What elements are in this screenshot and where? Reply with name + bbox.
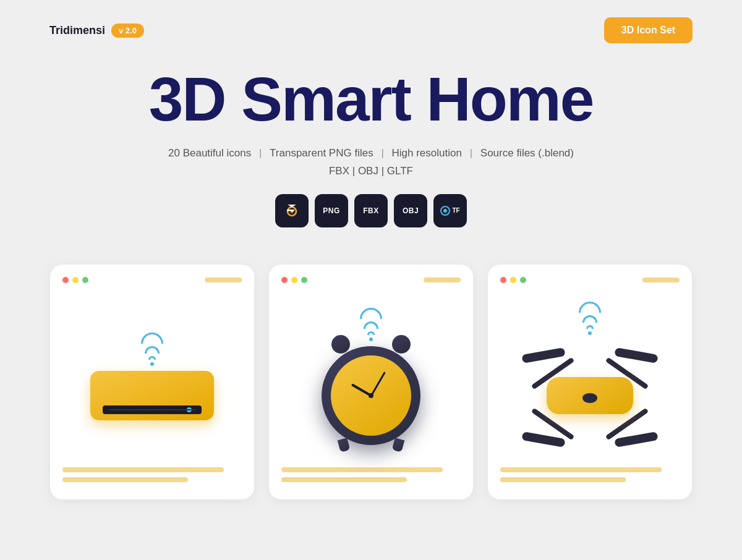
drone-prop-tr — [614, 347, 658, 363]
wifi-signal-icon — [579, 302, 601, 335]
brand-name: Tridimensi — [49, 24, 105, 37]
ac-unit-icon — [90, 371, 214, 420]
feature-2: Transparent PNG files — [270, 147, 373, 159]
card-line-2 — [500, 477, 626, 482]
dot-red-icon — [62, 277, 69, 283]
wifi-signal-icon — [141, 333, 163, 366]
card-ac-unit — [50, 265, 254, 499]
clock-bell-right-icon — [392, 335, 411, 354]
dot-yellow-icon — [510, 277, 516, 283]
wifi-dot-icon — [150, 362, 154, 366]
card-header-line — [205, 278, 242, 282]
ac-status-dot — [187, 407, 192, 412]
version-badge: v 2.0 — [111, 23, 144, 38]
sep-1: | — [259, 147, 265, 159]
wifi-arc-large — [141, 333, 163, 344]
card-smart-drone — [488, 265, 692, 499]
card-smart-clock — [269, 265, 473, 499]
drone-body — [547, 377, 633, 414]
badge-fbx: FBX — [354, 194, 388, 227]
dot-red-icon — [281, 277, 288, 283]
wifi-arc-medium — [364, 321, 378, 329]
wifi-arc-medium — [582, 315, 597, 323]
wifi-dot-icon — [588, 331, 592, 335]
card-drone-icon-area — [500, 292, 680, 461]
wifi-arc-large — [360, 308, 382, 319]
wifi-signal-icon — [360, 308, 382, 341]
drone-icon — [522, 340, 658, 451]
formats-line2: FBX | OBJ | GLTF — [329, 165, 413, 177]
wifi-arc-medium — [145, 346, 160, 354]
ac-body — [90, 371, 214, 420]
drone-icon-container — [522, 302, 658, 451]
wifi-dot-icon — [369, 337, 373, 341]
format-badges: PNG FBX OBJ TF — [0, 194, 742, 227]
svg-rect-2 — [287, 210, 294, 211]
card-header-line — [424, 278, 461, 282]
cards-section — [0, 240, 742, 524]
card-line-1 — [281, 467, 443, 472]
clock-icon-container — [322, 308, 420, 445]
wifi-arc-small — [148, 356, 156, 360]
page: Tridimensi v 2.0 3D Icon Set 3D Smart Ho… — [0, 0, 742, 560]
dot-green-icon — [301, 277, 307, 283]
feature-1: 20 Beautiful icons — [168, 147, 251, 159]
badge-obj-label: OBJ — [403, 206, 419, 215]
clock-minute-hand-icon — [370, 371, 386, 396]
card-ac-icon-area — [62, 292, 242, 461]
gltf-circle-icon — [440, 206, 450, 216]
hero-section: 3D Smart Home 20 Beautiful icons | Trans… — [0, 43, 742, 240]
brand-area: Tridimensi v 2.0 — [49, 23, 144, 38]
dot-yellow-icon — [72, 277, 79, 283]
drone-prop-br — [614, 431, 658, 448]
clock-bell-left-icon — [331, 335, 350, 354]
feature-3: High resolution — [392, 147, 462, 159]
ac-vent — [103, 405, 202, 414]
clock-foot-right-icon — [392, 438, 405, 452]
badge-fbx-label: FBX — [363, 206, 379, 215]
badge-obj: OBJ — [394, 194, 427, 227]
badge-gltf-label: TF — [440, 206, 459, 216]
drone-prop-tl — [521, 347, 565, 363]
cta-button[interactable]: 3D Icon Set — [604, 17, 693, 43]
clock-face-icon — [331, 355, 411, 436]
dot-yellow-icon — [291, 277, 297, 283]
dot-red-icon — [500, 277, 506, 283]
hero-title: 3D Smart Home — [0, 68, 742, 130]
card-ac-lines — [62, 467, 242, 487]
card-clock-icon-area — [281, 292, 461, 461]
badge-png-label: PNG — [323, 206, 340, 215]
badge-png: PNG — [315, 194, 348, 227]
dot-green-icon — [520, 277, 526, 283]
card-line-2 — [62, 477, 188, 482]
wifi-arc-small — [367, 331, 375, 335]
hero-features: 20 Beautiful icons | Transparent PNG fil… — [0, 145, 742, 180]
wifi-arc-large — [579, 302, 601, 313]
card-drone-topbar — [500, 277, 680, 283]
card-line-2 — [281, 477, 407, 482]
badge-blender — [275, 194, 309, 227]
drone-prop-bl — [521, 431, 565, 448]
card-clock-lines — [281, 467, 461, 487]
card-drone-lines — [500, 467, 680, 487]
blender-logo-icon — [283, 202, 301, 220]
header: Tridimensi v 2.0 3D Icon Set — [0, 0, 742, 43]
dot-green-icon — [82, 277, 88, 283]
sep-2: | — [381, 147, 386, 159]
badge-gltf: TF — [433, 194, 467, 227]
feature-4: Source files (.blend) — [480, 147, 574, 159]
clock-body-icon — [322, 346, 420, 445]
clock-center-icon — [369, 393, 373, 398]
ac-icon-container — [90, 333, 214, 420]
clock-foot-left-icon — [338, 438, 351, 452]
card-ac-topbar — [62, 277, 242, 283]
wifi-arc-small — [586, 325, 594, 329]
sep-3: | — [470, 147, 475, 159]
card-line-1 — [62, 467, 224, 472]
card-header-line — [642, 278, 680, 282]
drone-camera-icon — [582, 393, 597, 403]
card-clock-topbar — [281, 277, 461, 283]
card-line-1 — [500, 467, 662, 472]
